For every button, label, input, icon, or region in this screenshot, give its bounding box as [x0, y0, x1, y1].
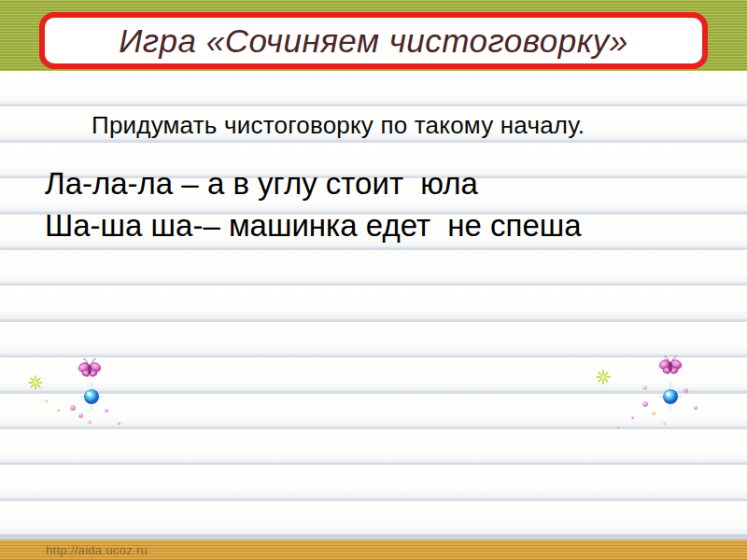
- sparkle-dot: [45, 399, 48, 402]
- sparkle-dot: [617, 427, 619, 428]
- butterfly-icon: [658, 355, 683, 381]
- slide-title-box: Игра «Сочиняем чистоговорку»: [39, 12, 708, 69]
- green-sparkle-icon: [596, 370, 611, 388]
- watermark-url: http://aida.ucoz.ru: [46, 543, 148, 557]
- sparkle-dot: [684, 388, 688, 393]
- slide-subtitle: Придумать чистоговорку по такому началу.: [92, 111, 585, 140]
- sparkle-dot: [57, 409, 60, 412]
- sparkle-dot: [88, 420, 92, 424]
- sparkle-dot: [694, 406, 698, 410]
- sparkle-dot: [78, 413, 83, 418]
- sparkle-dot: [652, 412, 655, 415]
- sparkle-dot: [631, 416, 634, 419]
- verse-line-1: Ла-ла-ла – а в углу стоит юла: [45, 162, 582, 204]
- presentation-slide: Игра «Сочиняем чистоговорку» Придумать ч…: [0, 0, 747, 560]
- slide-title: Игра «Сочиняем чистоговорку»: [119, 22, 627, 60]
- sparkle-dot: [70, 405, 76, 411]
- decoration-cluster-left: [24, 355, 127, 429]
- verse-block: Ла-ла-ла – а в углу стоит юла Ша-ша ша-–…: [45, 162, 582, 246]
- verse-line-2: Ша-ша ша-– машинка едет не спеша: [45, 204, 582, 246]
- sparkle-dot: [105, 409, 108, 413]
- sparkle-dot: [642, 385, 647, 390]
- sparkle-dot: [642, 401, 648, 407]
- blue-orb-sparkle-icon: [78, 383, 106, 414]
- butterfly-icon: [78, 357, 102, 384]
- green-sparkle-icon: [28, 375, 43, 394]
- decoration-cluster-right: [594, 351, 706, 435]
- ruled-paper-background: [0, 71, 747, 538]
- bottom-band-shadow: [0, 534, 747, 540]
- blue-orb-sparkle-icon: [656, 383, 684, 414]
- sparkle-dot: [118, 422, 120, 425]
- sparkle-dot: [663, 422, 666, 425]
